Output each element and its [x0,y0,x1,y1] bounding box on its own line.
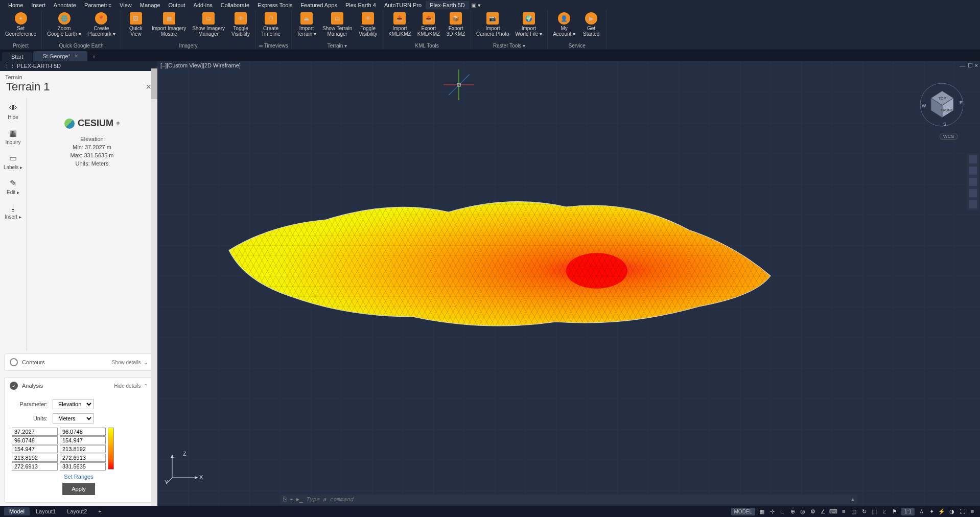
import-kml-button[interactable]: 📥Import KML/KMZ [386,11,413,38]
menu-autoturn[interactable]: AutoTURN Pro [380,1,426,9]
get-started-button[interactable]: ▶Get Started [579,11,603,38]
breadcrumb[interactable]: Terrain [0,71,157,80]
import-imagery-mosaic-button[interactable]: ▦Import Imagery Mosaic [150,11,188,38]
cmd-customize-icon[interactable]: ⌁ [290,496,293,503]
contours-header[interactable]: Contours Show details ⌄ [5,354,153,370]
doctab-start[interactable]: Start [2,52,32,61]
ribbon-group-title[interactable]: Terrain ▾ [295,42,380,50]
menu-plexearth5d[interactable]: Plex-Earth 5D [426,1,469,9]
panel-scrollbar[interactable] [151,68,157,506]
edit-button[interactable]: ✎Edit ▸ [0,174,26,199]
lineweight-icon[interactable]: ≡ [840,508,847,515]
import-terrain-button[interactable]: ⛰Import Terrain ▾ [295,11,318,38]
import-camera-photo-button[interactable]: 📷Import Camera Photo [474,11,511,38]
create-placemark-button[interactable]: 📍Create Placemark ▾ [85,11,118,38]
status-scale[interactable]: 1:1 [901,508,915,515]
set-ranges-link[interactable]: Set Ranges [12,474,146,480]
tab-model[interactable]: Model [4,507,30,515]
hide-details-button[interactable]: Hide details ⌃ [114,383,148,389]
polar-toggle-icon[interactable]: ⊕ [789,508,796,515]
nav-more-icon[interactable] [969,200,977,208]
menu-overflow[interactable]: ▣ ▾ [471,2,481,9]
close-icon[interactable]: × [75,53,78,60]
contours-toggle[interactable] [10,358,18,366]
import-world-file-button[interactable]: 🌍Import World File ▾ [514,11,545,38]
panel-close-button[interactable]: × [146,82,151,92]
menu-manage[interactable]: Manage [136,1,165,9]
hide-button[interactable]: 👁Hide [0,100,26,124]
show-terrain-manager-button[interactable]: 🗂Show Terrain Manager [320,11,354,38]
tab-layout2[interactable]: Layout2 [62,507,92,515]
ribbon-group-title[interactable]: Raster Tools ▾ [474,42,544,50]
quick-view-button[interactable]: 🖼Quick View [124,11,148,38]
range-from-4[interactable] [12,462,58,471]
isolate-icon[interactable]: ◑ [948,508,955,515]
analysis-toggle[interactable] [10,382,18,390]
customize-status-icon[interactable]: ≡ [969,508,976,515]
my-account-button[interactable]: 👤My Account ▾ [551,11,577,38]
tab-add-layout[interactable]: + [93,507,106,515]
export-3dkmz-button[interactable]: 📦Export 3D KMZ [444,11,468,38]
drawing-viewport[interactable]: [–][Custom View][2D Wireframe] — ☐ × [157,61,980,506]
osnap-toggle-icon[interactable]: ◎ [799,508,806,515]
inquiry-button[interactable]: ▦Inquiry [0,124,26,149]
menu-annotate[interactable]: Annotate [50,1,80,9]
menu-output[interactable]: Output [165,1,190,9]
nav-orbit-icon[interactable] [969,189,977,197]
hardware-accel-icon[interactable]: ⚡ [938,508,945,515]
annotation-scale-icon[interactable]: Ａ [918,508,925,515]
wcs-badge[interactable]: WCS [940,133,958,140]
menu-parametric[interactable]: Parametric [80,1,115,9]
range-to-2[interactable] [60,445,106,453]
analysis-header[interactable]: Analysis Hide details ⌃ [5,378,153,394]
range-to-0[interactable] [60,428,106,436]
range-to-4[interactable] [60,462,106,471]
show-details-button[interactable]: Show details ⌄ [112,360,148,365]
filter-icon[interactable]: ⚑ [891,508,898,515]
create-timeline-button[interactable]: ⏱Create Timeline [259,11,283,38]
nav-pan-icon[interactable] [969,167,977,175]
tab-layout1[interactable]: Layout1 [31,507,61,515]
menu-view[interactable]: View [115,1,136,9]
range-from-2[interactable] [12,445,58,453]
export-kml-button[interactable]: 📤Export KML/KMZ [415,11,442,38]
ucs-icon[interactable]: ⟀ [881,508,888,515]
clean-screen-icon[interactable]: ⛶ [959,508,966,515]
apply-button[interactable]: Apply [62,483,95,495]
doctab-stgeorge[interactable]: St.George*× [33,51,87,61]
cycling-icon[interactable]: ↻ [860,508,868,515]
range-from-3[interactable] [12,454,58,462]
viewport-label[interactable]: [–][Custom View][2D Wireframe] [160,62,241,68]
view-cube[interactable]: TOP FRONT W S E [919,82,965,128]
range-from-1[interactable] [12,436,58,444]
menu-featured-apps[interactable]: Featured Apps [296,1,341,9]
show-imagery-manager-button[interactable]: 🗂Show Imagery Manager [190,11,227,38]
ortho-toggle-icon[interactable]: ∟ [779,508,786,515]
new-tab-button[interactable]: + [88,52,100,61]
insert-button[interactable]: ⭳Insert ▸ [0,199,26,224]
menu-plexearth4[interactable]: Plex.Earth 4 [341,1,380,9]
gear-icon[interactable]: ⚙ [809,508,816,515]
parameter-select[interactable]: Elevation [53,399,94,409]
menu-addins[interactable]: Add-ins [190,1,217,9]
range-from-0[interactable] [12,428,58,436]
3d-osnap-icon[interactable]: ⬚ [871,508,878,515]
grid-toggle-icon[interactable]: ▦ [758,508,765,515]
menu-collaborate[interactable]: Collaborate [217,1,253,9]
range-to-1[interactable] [60,436,106,444]
menu-insert[interactable]: Insert [27,1,50,9]
transparency-icon[interactable]: ◫ [850,508,857,515]
zoom-google-earth-button[interactable]: 🌐Zoom Google Earth ▾ [45,11,83,38]
dynamic-input-icon[interactable]: ⌨ [830,508,837,515]
viewport-minimize-button[interactable]: — [960,62,966,69]
viewport-close-button[interactable]: × [975,62,978,69]
nav-home-icon[interactable] [969,155,977,163]
command-input[interactable] [306,496,848,503]
menu-express-tools[interactable]: Express Tools [253,1,296,9]
set-georeference-button[interactable]: ✦Set Georeference [3,11,38,38]
labels-button[interactable]: ▭Labels ▸ [0,149,26,174]
status-model[interactable]: MODEL [731,508,756,515]
range-to-3[interactable] [60,454,106,462]
units-select[interactable]: Meters [53,413,94,424]
nav-zoom-icon[interactable] [969,178,977,186]
